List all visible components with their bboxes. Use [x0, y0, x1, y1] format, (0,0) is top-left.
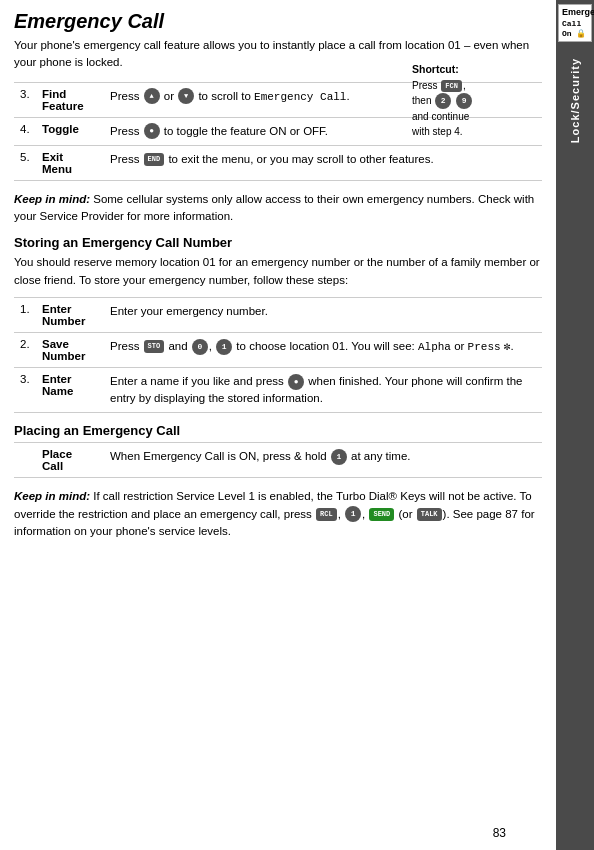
shortcut-box: Shortcut: Press FCN, then 2 9 and contin…: [412, 62, 512, 139]
table-row: PlaceCall When Emergency Call is ON, pre…: [14, 443, 542, 478]
sto-btn: STO: [144, 340, 165, 353]
fcn-btn: FCN: [441, 80, 462, 93]
step-desc: Enter a name if you like and press ● whe…: [104, 367, 542, 413]
table-row: 5. ExitMenu Press END to exit the menu, …: [14, 145, 542, 180]
shortcut-line4: with step 4.: [412, 124, 512, 139]
section1-heading: Storing an Emergency Call Number: [14, 235, 542, 250]
shortcut-line3: and continue: [412, 109, 512, 124]
ok-btn: ●: [288, 374, 304, 390]
step-label: EnterName: [36, 367, 104, 413]
step-num: 4.: [14, 117, 36, 145]
step-label: Toggle: [36, 117, 104, 145]
one-hold-btn: 1: [331, 449, 347, 465]
lock-icon: 🔒: [576, 29, 586, 38]
step-num: 3.: [14, 367, 36, 413]
step-num: 3.: [14, 82, 36, 117]
section2-heading: Placing an Emergency Call: [14, 423, 542, 438]
store-steps-table: 1. EnterNumber Enter your emergency numb…: [14, 297, 542, 414]
table-row: 1. EnterNumber Enter your emergency numb…: [14, 297, 542, 332]
shortcut-line1: Press FCN,: [412, 78, 512, 93]
talk-btn: TALK: [417, 508, 442, 521]
step-label: EnterNumber: [36, 297, 104, 332]
sidebar: Emergency Call On 🔒 Lock/Security: [556, 0, 594, 850]
step-label: PlaceCall: [36, 443, 104, 478]
down-btn: ▼: [178, 88, 194, 104]
select-btn: ●: [144, 123, 160, 139]
main-content: Emergency Call Your phone's emergency ca…: [0, 0, 556, 850]
place-steps-table: PlaceCall When Emergency Call is ON, pre…: [14, 442, 542, 478]
step-desc: Enter your emergency number.: [104, 297, 542, 332]
step-num: 5.: [14, 145, 36, 180]
step-num: 2.: [14, 332, 36, 367]
sidebar-label: Lock/Security: [569, 58, 581, 143]
shortcut-title: Shortcut:: [412, 62, 512, 78]
end-btn: END: [144, 153, 165, 166]
step-num: [14, 443, 36, 478]
step-desc: When Emergency Call is ON, press & hold …: [104, 443, 542, 478]
step-label: SaveNumber: [36, 332, 104, 367]
section1-body: You should reserve memory location 01 fo…: [14, 254, 542, 289]
step-label: ExitMenu: [36, 145, 104, 180]
two-btn: 2: [435, 93, 451, 109]
page-title: Emergency Call: [14, 10, 542, 33]
zero-btn: 0: [192, 339, 208, 355]
step-num: 1.: [14, 297, 36, 332]
up-btn: ▲: [144, 88, 160, 104]
step-desc: Press END to exit the menu, or you may s…: [104, 145, 542, 180]
step-label: Find Feature: [36, 82, 104, 117]
one-btn2: 1: [345, 506, 361, 522]
send-btn: SEND: [369, 508, 394, 521]
one-btn: 1: [216, 339, 232, 355]
page-container: Emergency Call Your phone's emergency ca…: [0, 0, 594, 850]
sidebar-top-box: Emergency Call On 🔒: [558, 4, 592, 42]
table-row: 3. EnterName Enter a name if you like an…: [14, 367, 542, 413]
keep-in-mind-1: Keep in mind: Some cellular systems only…: [14, 191, 542, 226]
page-number: 83: [493, 826, 506, 840]
nine-btn: 9: [456, 93, 472, 109]
step-desc: Press STO and 0, 1 to choose location 01…: [104, 332, 542, 367]
keep-in-mind-2: Keep in mind: If call restriction Servic…: [14, 488, 542, 540]
sidebar-emergency-label: Emergency: [562, 7, 588, 19]
sidebar-call-on: Call On 🔒: [562, 19, 588, 40]
shortcut-line2: then 2 9: [412, 93, 512, 109]
table-row: 2. SaveNumber Press STO and 0, 1 to choo…: [14, 332, 542, 367]
rcl-btn: RCL: [316, 508, 337, 521]
